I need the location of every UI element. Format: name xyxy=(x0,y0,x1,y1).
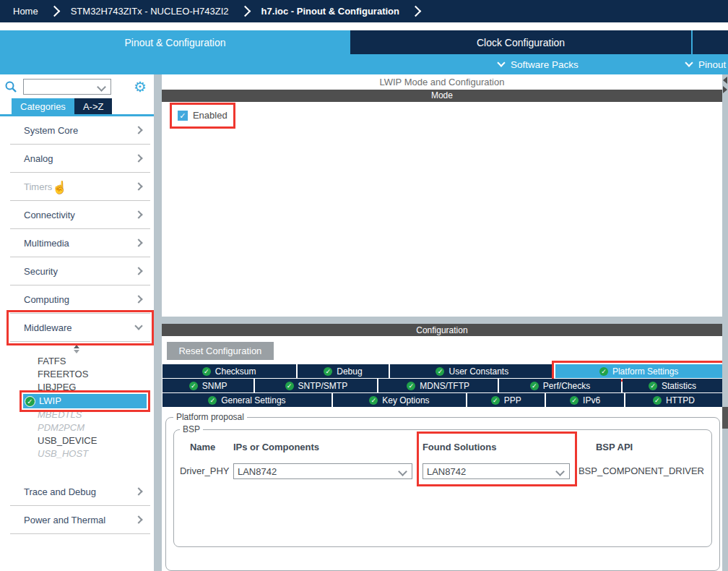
select-value: LAN8742 xyxy=(427,466,466,477)
bsp-group: BSP Name Driver_PHY IPs or Components LA… xyxy=(173,424,712,547)
chevron-right-icon xyxy=(239,6,251,17)
check-circle-icon: ✓ xyxy=(491,396,500,405)
tab-clock-configuration[interactable]: Clock Configuration xyxy=(350,30,691,54)
search-icon xyxy=(4,80,17,93)
list-item-freertos[interactable]: FREERTOS xyxy=(0,368,154,381)
config-tab-debug[interactable]: ✓ Debug xyxy=(298,364,389,378)
collapse-right-icon[interactable] xyxy=(723,86,727,93)
config-tab-key-options[interactable]: ✓ Key Options xyxy=(333,393,466,407)
check-circle-icon: ✓ xyxy=(208,396,217,405)
tab-label: A->Z xyxy=(83,101,104,112)
breadcrumb: Home STM32H743ZITx - NUCLEO-H743ZI2 h7.i… xyxy=(0,0,728,22)
category-label: Connectivity xyxy=(24,210,75,220)
collapse-left-icon[interactable] xyxy=(723,77,727,84)
tab-label: SNTP/SMTP xyxy=(298,381,348,391)
select-value: LAN8742 xyxy=(238,466,277,477)
check-circle-icon: ✓ xyxy=(189,382,198,390)
reset-configuration-button[interactable]: Reset Configuration xyxy=(167,342,274,360)
middleware-list: FATFS FREERTOS LIBJPEG ✓ LWIP MBEDTLS PD… xyxy=(0,355,154,460)
sidebar-item-security[interactable]: Security xyxy=(10,257,150,286)
config-tab-httpd[interactable]: ✓ HTTPD xyxy=(625,393,722,407)
enabled-checkbox[interactable]: ✓ xyxy=(178,111,188,121)
column-header-ips: IPs or Components xyxy=(233,442,412,455)
search-input[interactable] xyxy=(23,79,111,95)
sidebar-splitter[interactable] xyxy=(154,74,162,571)
sidebar-item-power-and-thermal[interactable]: Power and Thermal xyxy=(10,506,150,534)
tab-label: Perf/Checks xyxy=(543,381,590,391)
chevron-down-icon xyxy=(134,322,142,330)
software-packs-label: Software Packs xyxy=(511,59,578,70)
config-tab-mdns-tftp[interactable]: ✓ MDNS/TFTP xyxy=(378,379,498,392)
config-tab-checksum[interactable]: ✓ Checksum xyxy=(162,364,296,378)
config-tab-sntp-smtp[interactable]: ✓ SNTP/SMTP xyxy=(255,379,377,392)
sidebar-item-timers[interactable]: Timers ☝ xyxy=(10,173,150,201)
chevron-right-icon xyxy=(134,515,142,523)
column-header-found-solutions: Found Solutions xyxy=(422,442,570,455)
category-label: Trace and Debug xyxy=(24,486,96,497)
scrollbar-thumb[interactable] xyxy=(722,407,728,429)
configuration-section-bar[interactable]: Configuration xyxy=(162,324,722,336)
sidebar-item-multimedia[interactable]: Multimedia xyxy=(10,229,150,257)
chevron-right-icon xyxy=(134,295,142,303)
chevron-right-icon xyxy=(410,6,422,17)
breadcrumb-mcu[interactable]: STM32H743ZITx - NUCLEO-H743ZI2 xyxy=(71,6,229,17)
software-packs-menu[interactable]: Software Packs xyxy=(498,54,578,74)
tab-label: MDNS/TFTP xyxy=(420,381,469,391)
chevron-right-icon xyxy=(134,182,142,190)
config-tab-user-constants[interactable]: ✓ User Constants xyxy=(390,364,554,378)
sidebar-item-middleware[interactable]: Middleware xyxy=(10,314,150,342)
pinout-menu[interactable]: Pinout xyxy=(686,54,726,74)
lwip-enabled-control: ✓ Enabled xyxy=(173,106,232,125)
config-tab-statistics[interactable]: ✓ Statistics xyxy=(623,379,722,392)
config-tab-perf-checks[interactable]: ✓ Perf/Checks xyxy=(499,379,621,392)
ips-or-components-select[interactable]: LAN8742 xyxy=(233,463,412,479)
sidebar-item-computing[interactable]: Computing xyxy=(10,286,150,314)
panel-splitter[interactable] xyxy=(162,317,722,324)
arrow-up-icon xyxy=(74,345,79,348)
tab-partial[interactable] xyxy=(693,30,728,54)
config-tab-platform-settings[interactable]: ✓ Platform Settings xyxy=(555,364,722,378)
check-circle-icon: ✓ xyxy=(570,396,578,405)
tab-label: Statistics xyxy=(662,381,696,391)
list-item-label: LWIP xyxy=(39,395,61,408)
sidebar-item-connectivity[interactable]: Connectivity xyxy=(10,201,150,229)
config-tab-snmp[interactable]: ✓ SNMP xyxy=(162,379,254,392)
tab-categories[interactable]: Categories xyxy=(12,98,74,114)
list-item-fatfs[interactable]: FATFS xyxy=(0,355,154,368)
tab-pinout-configuration[interactable]: Pinout & Configuration xyxy=(0,30,350,54)
list-item-pdm2pcm[interactable]: PDM2PCM xyxy=(0,421,154,434)
list-item-usb-device[interactable]: USB_DEVICE xyxy=(0,434,154,447)
list-item-libjpeg[interactable]: LIBJPEG xyxy=(0,381,154,394)
tab-a-z[interactable]: A->Z xyxy=(74,98,113,114)
sidebar-item-analog[interactable]: Analog xyxy=(10,145,150,173)
config-tab-general-settings[interactable]: ✓ General Settings xyxy=(162,393,332,407)
tab-label: General Settings xyxy=(221,395,285,405)
hand-cursor-icon: ☝ xyxy=(52,180,67,195)
column-header-bsp-api: BSP API xyxy=(578,442,704,455)
list-sort-spinner[interactable] xyxy=(0,343,154,354)
found-solutions-select[interactable]: LAN8742 xyxy=(422,463,570,479)
mode-section-bar[interactable]: Mode xyxy=(162,90,722,102)
sidebar-tab-bar: Categories A->Z xyxy=(12,98,154,114)
check-circle-icon: ✓ xyxy=(25,396,35,407)
mode-section-label: Mode xyxy=(431,90,453,100)
check-circle-icon: ✓ xyxy=(649,382,657,390)
list-item-mbedtls[interactable]: MBEDTLS xyxy=(0,408,154,421)
spacer xyxy=(0,22,728,30)
gear-icon[interactable]: ⚙ xyxy=(134,80,147,94)
list-item-usb-host[interactable]: USB_HOST xyxy=(0,447,154,460)
tab-label: Clock Configuration xyxy=(477,37,565,48)
config-tab-ipv6[interactable]: ✓ IPv6 xyxy=(546,393,623,407)
tab-label: IPv6 xyxy=(583,395,600,405)
vertical-scrollbar[interactable] xyxy=(722,74,728,571)
breadcrumb-home[interactable]: Home xyxy=(13,6,38,17)
platform-proposal-legend: Platform proposal xyxy=(173,412,247,422)
config-tab-ppp[interactable]: ✓ PPP xyxy=(467,393,545,407)
breadcrumb-project[interactable]: h7.ioc - Pinout & Configuration xyxy=(261,6,399,17)
sidebar-item-system-core[interactable]: System Core xyxy=(10,116,150,145)
sidebar-item-trace-and-debug[interactable]: Trace and Debug xyxy=(10,478,150,506)
tab-label: Pinout & Configuration xyxy=(124,37,225,48)
list-item-lwip[interactable]: ✓ LWIP xyxy=(23,394,147,408)
check-circle-icon: ✓ xyxy=(324,367,332,376)
category-label: Timers xyxy=(24,181,52,192)
